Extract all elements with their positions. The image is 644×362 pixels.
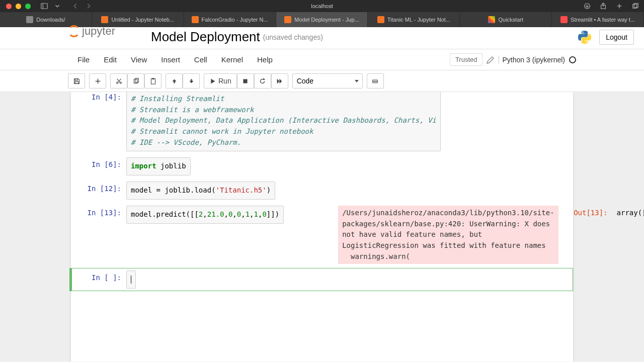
jupyter-logo[interactable]: jupyter: [68, 25, 115, 38]
sidebar-icon[interactable]: [41, 3, 48, 10]
jupyter-logo-text: jupyter: [82, 25, 115, 38]
warning-output: /Users/junaidsheroz/anaconda3/lib/python…: [338, 206, 558, 264]
browser-tab[interactable]: Model Deployment - Jup...: [276, 12, 368, 27]
input-prompt: In [12]:: [72, 182, 126, 200]
menu-cell[interactable]: Cell: [187, 53, 214, 66]
minimize-window[interactable]: [16, 4, 21, 9]
code-cell[interactable]: In [ ]:: [69, 268, 573, 291]
tab-label: Streamlit • A faster way t...: [571, 17, 635, 23]
move-up-button[interactable]: [166, 73, 183, 88]
jupyter-header: jupyter Model Deployment (unsaved change…: [0, 27, 644, 49]
svg-rect-21: [191, 79, 192, 81]
code-input[interactable]: model = joblib.load('Titanic.h5'): [126, 182, 275, 200]
tab-label: Titanic ML - Jupyter Not...: [387, 17, 450, 23]
favicon-icon: [377, 16, 384, 23]
tab-label: Untitled - Jupyter Noteb...: [111, 17, 174, 23]
logout-button[interactable]: Logout: [599, 30, 634, 45]
code-input[interactable]: model.predict([[2,21.0,0,0,1,1,0]]): [126, 206, 284, 224]
kernel-indicator-icon: [569, 56, 576, 63]
code-cell[interactable]: In [12]:model = joblib.load('Titanic.h5'…: [71, 179, 573, 202]
run-button[interactable]: Run: [204, 73, 237, 88]
code-input[interactable]: import joblib: [126, 157, 191, 175]
favicon-icon: [560, 16, 568, 23]
add-cell-button[interactable]: [89, 73, 106, 88]
code-input[interactable]: # Installing Streamlit # Streamlit is a …: [126, 92, 441, 151]
cell-output: array([0]): [613, 206, 644, 221]
code-cell[interactable]: In [6]:import joblib: [71, 155, 573, 177]
input-prompt: In [4]:: [72, 92, 126, 151]
command-palette-button[interactable]: [367, 73, 384, 88]
menu-help[interactable]: Help: [250, 53, 280, 66]
menubar: FileEditViewInsertCellKernelHelp Trusted…: [0, 49, 644, 70]
tabs-icon[interactable]: [632, 3, 639, 10]
back-icon[interactable]: [72, 3, 79, 10]
menu-view[interactable]: View: [124, 53, 154, 66]
interrupt-button[interactable]: [237, 73, 254, 88]
new-tab-icon[interactable]: [616, 3, 623, 10]
svg-rect-8: [75, 78, 77, 80]
favicon-icon: [26, 16, 33, 23]
python-logo-icon: [577, 30, 592, 45]
code-cell[interactable]: In [13]:model.predict([[2,21.0,0,0,1,1,0…: [71, 204, 573, 266]
svg-rect-22: [244, 79, 248, 83]
notebook-scroll-area[interactable]: In [4]:# Installing Streamlit # Streamli…: [0, 92, 644, 361]
menu-edit[interactable]: Edit: [97, 53, 124, 66]
input-prompt: In [13]:: [72, 206, 126, 264]
run-label: Run: [218, 77, 231, 85]
browser-tab[interactable]: Streamlit • A faster way t...: [552, 12, 644, 27]
svg-rect-9: [75, 81, 78, 83]
copy-button[interactable]: [127, 73, 144, 88]
menu-file[interactable]: File: [70, 53, 97, 66]
restart-button[interactable]: [254, 73, 271, 88]
notebook: In [4]:# Installing Streamlit # Streamli…: [71, 92, 573, 361]
kernel-name[interactable]: Python 3 (ipykernel): [499, 56, 565, 64]
code-cell[interactable]: In [4]:# Installing Streamlit # Streamli…: [71, 92, 573, 153]
menu-insert[interactable]: Insert: [154, 53, 187, 66]
chevron-down-icon[interactable]: [54, 3, 61, 10]
favicon-icon: [192, 16, 199, 23]
tab-label: Downloads/: [36, 17, 65, 23]
traffic-lights: [6, 4, 31, 9]
download-icon[interactable]: [584, 3, 591, 10]
toolbar: Run Code: [0, 70, 644, 92]
tab-label: Model Deployment - Jup...: [294, 17, 359, 23]
browser-tab[interactable]: Quickstart: [460, 12, 552, 27]
cut-button[interactable]: [110, 73, 127, 88]
close-window[interactable]: [6, 4, 12, 9]
favicon-icon: [284, 16, 291, 23]
restart-run-all-button[interactable]: [271, 73, 288, 88]
paste-button[interactable]: [144, 73, 162, 88]
url-display[interactable]: localhost: [311, 3, 333, 9]
forward-icon[interactable]: [85, 3, 92, 10]
input-prompt: In [ ]:: [72, 270, 126, 289]
unsaved-indicator: (unsaved changes): [263, 33, 323, 41]
save-button[interactable]: [68, 73, 85, 88]
svg-rect-20: [174, 81, 175, 83]
pencil-icon[interactable]: [487, 56, 495, 64]
browser-tab[interactable]: FalconGradio - Jupyter N...: [184, 12, 276, 27]
jupyter-logo-mark: [68, 25, 80, 37]
tab-label: FalconGradio - Jupyter N...: [202, 17, 268, 23]
tab-label: Quickstart: [498, 17, 523, 23]
share-icon[interactable]: [600, 3, 607, 10]
svg-rect-18: [151, 78, 155, 84]
menu-kernel[interactable]: Kernel: [214, 53, 250, 66]
move-down-button[interactable]: [183, 73, 200, 88]
output-prompt: Out[13]:: [558, 206, 613, 264]
favicon-icon: [488, 16, 495, 23]
favicon-icon: [101, 16, 108, 23]
notebook-title[interactable]: Model Deployment: [151, 29, 260, 45]
browser-tab[interactable]: Titanic ML - Jupyter Not...: [368, 12, 460, 27]
code-input[interactable]: [126, 270, 136, 289]
window-titlebar: localhost: [0, 0, 644, 12]
maximize-window[interactable]: [25, 4, 31, 9]
input-prompt: In [6]:: [72, 157, 126, 175]
svg-rect-0: [41, 4, 47, 9]
trusted-badge[interactable]: Trusted: [450, 53, 483, 66]
cell-type-select[interactable]: Code: [292, 73, 363, 88]
